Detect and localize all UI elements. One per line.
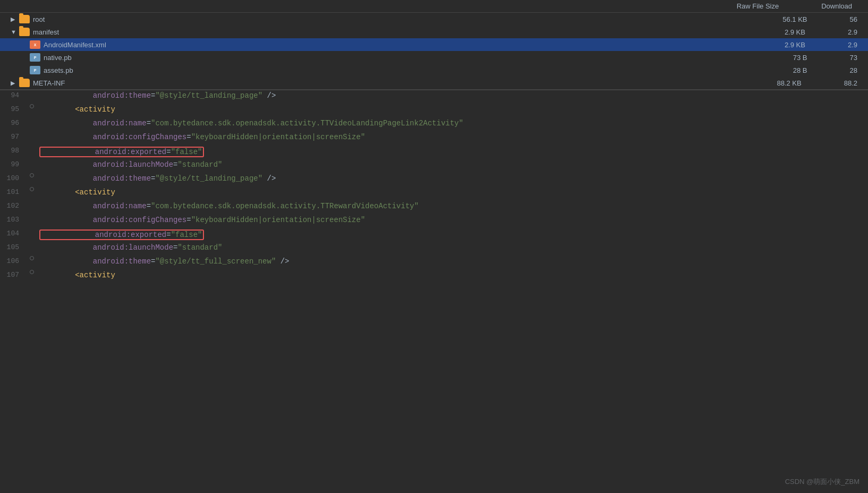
line-content: android:launchMode="standard" (37, 242, 868, 253)
header-raw-label: Raw File Size (737, 2, 779, 10)
token: android:launchMode (39, 243, 173, 252)
code-line-102: 102 android:name="com.bytedance.sdk.open… (0, 201, 868, 215)
row-sizes: 56.1 KB 56 (782, 15, 857, 23)
file-tree-row-assetspb[interactable]: P assets.pb 28 B 28 (0, 64, 868, 76)
dl-size: 2.9 (848, 28, 857, 36)
highlight-box: android:exported="false" (39, 230, 204, 240)
token: android:name (39, 119, 147, 128)
token: <activity (75, 188, 115, 197)
dl-size: 2.9 (848, 41, 857, 49)
token: "@style/tt_full_screen_new" (155, 257, 276, 266)
file-tree-row-nativepb[interactable]: P native.pb 73 B 73 (0, 51, 868, 64)
code-line-107: 107 <activity (0, 270, 868, 284)
token: "@style/tt_landing_page" (155, 91, 262, 100)
line-gutter (27, 187, 37, 191)
raw-size: 2.9 KB (785, 28, 805, 36)
line-content: android:launchMode="standard" (37, 159, 868, 170)
code-line-97: 97 android:configChanges="keyboardHidden… (0, 132, 868, 146)
row-sizes: 88.2 KB 88.2 (777, 79, 857, 87)
file-tree-panel: Raw File Size Download ▶ root 56.1 KB 56… (0, 0, 868, 90)
file-tree-row-metainf[interactable]: ▶ META-INF 88.2 KB 88.2 (0, 76, 868, 89)
line-number: 94 (0, 90, 27, 99)
gutter-dot-icon (30, 187, 34, 191)
token: = (186, 216, 191, 224)
code-line-95: 95 <activity (0, 104, 868, 118)
token: android:theme (39, 91, 151, 100)
row-sizes: 2.9 KB 2.9 (785, 41, 857, 49)
token (39, 271, 75, 279)
chevron-icon: ▼ (11, 29, 19, 35)
highlight-box: android:exported="false" (39, 147, 204, 157)
line-content: <activity (37, 270, 868, 280)
file-tree-rows: ▶ root 56.1 KB 56 ▼ manifest 2.9 KB 2.9 … (0, 13, 868, 89)
gutter-dot-icon (30, 256, 34, 260)
token: <activity (75, 271, 115, 279)
line-content: android:configChanges="keyboardHidden|or… (37, 132, 868, 142)
token: android:theme (39, 257, 151, 266)
row-left: X AndroidManifest.xml (5, 40, 785, 49)
file-name: manifest (33, 28, 59, 36)
folder-icon (19, 28, 30, 36)
token: "keyboardHidden|orientation|screenSize" (191, 133, 365, 141)
file-name: META-INF (33, 79, 65, 87)
line-number: 96 (0, 118, 27, 127)
token: "false" (171, 148, 202, 156)
token: android:exported (41, 231, 166, 239)
row-sizes: 2.9 KB 2.9 (785, 28, 857, 36)
xml-icon: X (30, 40, 40, 49)
line-content: android:exported="false" (37, 146, 868, 158)
token: "standard" (177, 243, 222, 252)
line-number: 101 (0, 187, 27, 196)
line-number: 107 (0, 270, 27, 279)
file-name: assets.pb (44, 66, 73, 74)
token: "standard" (177, 160, 222, 169)
token: = (186, 133, 191, 141)
line-content: android:theme="@style/tt_landing_page" /… (37, 90, 868, 101)
line-gutter (27, 256, 37, 260)
token: = (166, 231, 171, 239)
header-dl-label: Download (821, 2, 852, 10)
pb-icon: P (30, 53, 40, 62)
dl-size: 73 (850, 54, 857, 62)
line-content: <activity (37, 104, 868, 115)
row-left: ▶ root (5, 15, 782, 23)
row-left: P native.pb (5, 53, 793, 62)
code-line-98: 98 android:exported="false" (0, 146, 868, 159)
file-name: root (33, 15, 45, 23)
line-number: 97 (0, 132, 27, 141)
folder-icon (19, 15, 30, 23)
line-content: android:theme="@style/tt_full_screen_new… (37, 256, 868, 267)
line-content: android:name="com.bytedance.sdk.openadsd… (37, 201, 868, 211)
token: <activity (75, 105, 115, 114)
line-gutter (27, 270, 37, 274)
line-number: 98 (0, 146, 27, 155)
line-gutter (27, 104, 37, 108)
gutter-dot-icon (30, 270, 34, 274)
line-number: 99 (0, 159, 27, 168)
line-number: 104 (0, 228, 27, 237)
raw-size: 56.1 KB (782, 15, 807, 23)
dl-size: 88.2 (844, 79, 857, 87)
token: = (166, 148, 171, 156)
code-panel: 94 android:theme="@style/tt_landing_page… (0, 90, 868, 284)
code-line-103: 103 android:configChanges="keyboardHidde… (0, 215, 868, 228)
file-tree-header: Raw File Size Download (0, 0, 868, 13)
file-tree-row-androidmanifest[interactable]: X AndroidManifest.xml 2.9 KB 2.9 (0, 38, 868, 51)
file-tree-row-root[interactable]: ▶ root 56.1 KB 56 (0, 13, 868, 26)
folder-icon (19, 79, 30, 87)
file-tree-row-manifest[interactable]: ▼ manifest 2.9 KB 2.9 (0, 26, 868, 38)
file-name: AndroidManifest.xml (44, 41, 106, 49)
code-line-100: 100 android:theme="@style/tt_landing_pag… (0, 173, 868, 187)
code-line-104: 104 android:exported="false" (0, 228, 868, 242)
row-sizes: 73 B 73 (793, 54, 857, 62)
token: android:configChanges (39, 216, 186, 224)
row-sizes: 28 B 28 (793, 66, 857, 74)
token: "com.bytedance.sdk.openadsdk.activity.TT… (151, 119, 463, 128)
line-number: 95 (0, 104, 27, 113)
code-line-94: 94 android:theme="@style/tt_landing_page… (0, 90, 868, 104)
line-number: 105 (0, 242, 27, 251)
raw-size: 28 B (793, 66, 807, 74)
line-content: android:configChanges="keyboardHidden|or… (37, 215, 868, 225)
line-number: 103 (0, 215, 27, 224)
raw-size: 73 B (793, 54, 807, 62)
